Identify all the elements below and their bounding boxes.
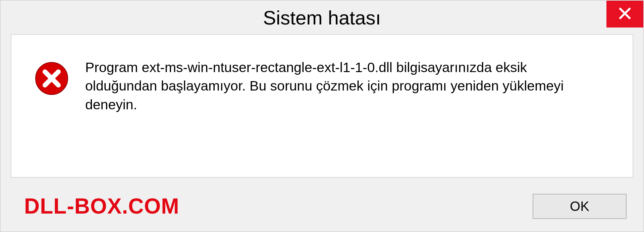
ok-button[interactable]: OK — [533, 194, 627, 219]
error-circle-x-icon — [35, 91, 68, 96]
error-message: Program ext-ms-win-ntuser-rectangle-ext-… — [85, 58, 595, 114]
close-button[interactable] — [606, 1, 643, 27]
error-icon-wrap — [35, 62, 68, 97]
dialog-title: Sistem hatası — [263, 6, 381, 29]
ok-button-label: OK — [570, 199, 589, 214]
watermark-text: DLL-BOX.COM — [24, 194, 179, 219]
titlebar: Sistem hatası — [1, 1, 643, 34]
footer: DLL-BOX.COM OK — [1, 188, 643, 231]
close-icon — [618, 7, 632, 21]
content-area: Program ext-ms-win-ntuser-rectangle-ext-… — [11, 34, 633, 178]
error-dialog: Sistem hatası Program ext-ms-win-ntuser-… — [0, 0, 644, 232]
